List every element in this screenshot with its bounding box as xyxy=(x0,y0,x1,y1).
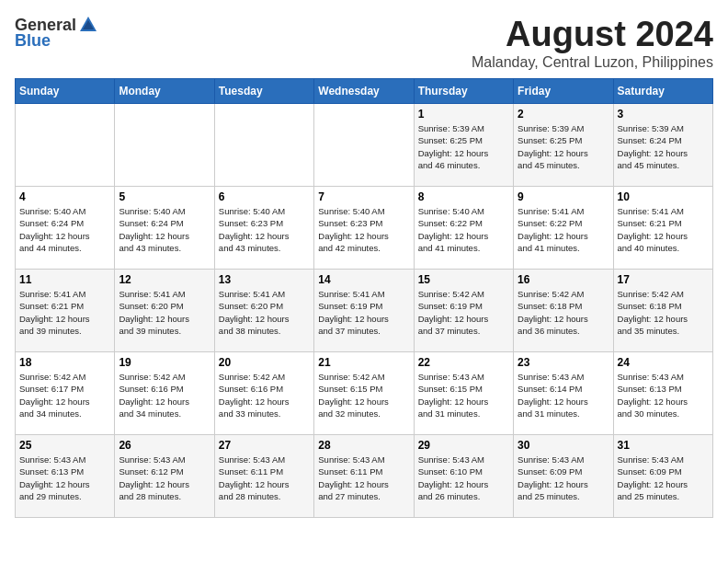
day-content: Sunrise: 5:43 AM Sunset: 6:15 PM Dayligh… xyxy=(418,371,509,419)
day-number: 13 xyxy=(219,273,310,286)
day-content: Sunrise: 5:43 AM Sunset: 6:11 PM Dayligh… xyxy=(318,454,409,502)
calendar-cell: 17Sunrise: 5:42 AM Sunset: 6:18 PM Dayli… xyxy=(613,270,712,352)
column-header-sunday: Sunday xyxy=(16,79,115,104)
calendar-cell xyxy=(214,104,313,187)
calendar-cell: 12Sunrise: 5:41 AM Sunset: 6:20 PM Dayli… xyxy=(115,270,214,352)
day-number: 14 xyxy=(318,273,409,286)
calendar-cell: 4Sunrise: 5:40 AM Sunset: 6:24 PM Daylig… xyxy=(16,187,115,270)
day-content: Sunrise: 5:42 AM Sunset: 6:16 PM Dayligh… xyxy=(119,371,210,419)
calendar-cell: 7Sunrise: 5:40 AM Sunset: 6:23 PM Daylig… xyxy=(314,187,414,270)
calendar-cell: 19Sunrise: 5:42 AM Sunset: 6:16 PM Dayli… xyxy=(115,352,214,435)
day-content: Sunrise: 5:41 AM Sunset: 6:21 PM Dayligh… xyxy=(19,288,110,337)
day-number: 20 xyxy=(219,356,310,369)
day-number: 15 xyxy=(418,273,509,286)
column-header-wednesday: Wednesday xyxy=(314,79,414,104)
day-number: 2 xyxy=(518,108,609,121)
calendar-cell: 25Sunrise: 5:43 AM Sunset: 6:13 PM Dayli… xyxy=(16,435,115,518)
day-number: 29 xyxy=(418,439,509,452)
day-content: Sunrise: 5:43 AM Sunset: 6:13 PM Dayligh… xyxy=(19,454,110,502)
logo-blue: Blue xyxy=(15,31,51,51)
column-header-saturday: Saturday xyxy=(613,79,712,104)
calendar-cell: 22Sunrise: 5:43 AM Sunset: 6:15 PM Dayli… xyxy=(414,352,513,435)
day-number: 16 xyxy=(518,273,609,286)
calendar-cell: 13Sunrise: 5:41 AM Sunset: 6:20 PM Dayli… xyxy=(214,270,313,352)
day-content: Sunrise: 5:43 AM Sunset: 6:14 PM Dayligh… xyxy=(518,371,609,419)
day-number: 5 xyxy=(119,190,210,203)
calendar-cell: 23Sunrise: 5:43 AM Sunset: 6:14 PM Dayli… xyxy=(514,352,613,435)
calendar-cell: 1Sunrise: 5:39 AM Sunset: 6:25 PM Daylig… xyxy=(414,104,513,187)
day-content: Sunrise: 5:41 AM Sunset: 6:20 PM Dayligh… xyxy=(219,288,310,337)
calendar-cell: 16Sunrise: 5:42 AM Sunset: 6:18 PM Dayli… xyxy=(514,270,613,352)
day-content: Sunrise: 5:40 AM Sunset: 6:24 PM Dayligh… xyxy=(19,205,110,254)
day-number: 6 xyxy=(219,190,310,203)
logo: General Blue xyxy=(15,15,98,51)
calendar-cell: 31Sunrise: 5:43 AM Sunset: 6:09 PM Dayli… xyxy=(613,435,712,518)
day-number: 3 xyxy=(618,108,709,121)
day-content: Sunrise: 5:42 AM Sunset: 6:18 PM Dayligh… xyxy=(618,288,709,337)
column-header-friday: Friday xyxy=(514,79,613,104)
calendar-header-row: SundayMondayTuesdayWednesdayThursdayFrid… xyxy=(16,79,713,104)
day-content: Sunrise: 5:42 AM Sunset: 6:18 PM Dayligh… xyxy=(518,288,609,337)
calendar-week-row: 11Sunrise: 5:41 AM Sunset: 6:21 PM Dayli… xyxy=(16,270,713,352)
calendar-cell: 20Sunrise: 5:42 AM Sunset: 6:16 PM Dayli… xyxy=(214,352,313,435)
logo-icon xyxy=(78,15,98,35)
day-number: 27 xyxy=(219,439,310,452)
calendar-week-row: 25Sunrise: 5:43 AM Sunset: 6:13 PM Dayli… xyxy=(16,435,713,518)
day-content: Sunrise: 5:41 AM Sunset: 6:21 PM Dayligh… xyxy=(618,205,709,254)
day-number: 31 xyxy=(618,439,709,452)
day-content: Sunrise: 5:42 AM Sunset: 6:19 PM Dayligh… xyxy=(418,288,509,337)
calendar-cell: 26Sunrise: 5:43 AM Sunset: 6:12 PM Dayli… xyxy=(115,435,214,518)
day-content: Sunrise: 5:41 AM Sunset: 6:20 PM Dayligh… xyxy=(119,288,210,337)
day-content: Sunrise: 5:42 AM Sunset: 6:15 PM Dayligh… xyxy=(318,371,409,419)
calendar-cell: 11Sunrise: 5:41 AM Sunset: 6:21 PM Dayli… xyxy=(16,270,115,352)
day-number: 8 xyxy=(418,190,509,203)
column-header-thursday: Thursday xyxy=(414,79,513,104)
day-content: Sunrise: 5:43 AM Sunset: 6:13 PM Dayligh… xyxy=(618,371,709,419)
column-header-monday: Monday xyxy=(115,79,214,104)
title-area: August 2024 Malanday, Central Luzon, Phi… xyxy=(472,15,713,71)
calendar-cell: 24Sunrise: 5:43 AM Sunset: 6:13 PM Dayli… xyxy=(613,352,712,435)
day-number: 18 xyxy=(19,356,110,369)
calendar-cell: 8Sunrise: 5:40 AM Sunset: 6:22 PM Daylig… xyxy=(414,187,513,270)
day-content: Sunrise: 5:43 AM Sunset: 6:12 PM Dayligh… xyxy=(119,454,210,502)
calendar-cell: 6Sunrise: 5:40 AM Sunset: 6:23 PM Daylig… xyxy=(214,187,313,270)
day-content: Sunrise: 5:43 AM Sunset: 6:09 PM Dayligh… xyxy=(518,454,609,502)
day-content: Sunrise: 5:42 AM Sunset: 6:17 PM Dayligh… xyxy=(19,371,110,419)
header: General Blue August 2024 Malanday, Centr… xyxy=(15,15,713,71)
calendar-week-row: 4Sunrise: 5:40 AM Sunset: 6:24 PM Daylig… xyxy=(16,187,713,270)
day-number: 7 xyxy=(318,190,409,203)
day-content: Sunrise: 5:41 AM Sunset: 6:22 PM Dayligh… xyxy=(518,205,609,254)
day-number: 30 xyxy=(518,439,609,452)
day-number: 11 xyxy=(19,273,110,286)
calendar-cell: 28Sunrise: 5:43 AM Sunset: 6:11 PM Dayli… xyxy=(314,435,414,518)
day-content: Sunrise: 5:43 AM Sunset: 6:09 PM Dayligh… xyxy=(618,454,709,502)
day-number: 28 xyxy=(318,439,409,452)
day-content: Sunrise: 5:43 AM Sunset: 6:10 PM Dayligh… xyxy=(418,454,509,502)
day-content: Sunrise: 5:39 AM Sunset: 6:25 PM Dayligh… xyxy=(518,122,609,171)
day-content: Sunrise: 5:39 AM Sunset: 6:25 PM Dayligh… xyxy=(418,122,509,171)
calendar-cell: 5Sunrise: 5:40 AM Sunset: 6:24 PM Daylig… xyxy=(115,187,214,270)
calendar-cell: 10Sunrise: 5:41 AM Sunset: 6:21 PM Dayli… xyxy=(613,187,712,270)
calendar-cell: 15Sunrise: 5:42 AM Sunset: 6:19 PM Dayli… xyxy=(414,270,513,352)
day-number: 4 xyxy=(19,190,110,203)
calendar-cell xyxy=(16,104,115,187)
calendar-cell: 3Sunrise: 5:39 AM Sunset: 6:24 PM Daylig… xyxy=(613,104,712,187)
day-number: 25 xyxy=(19,439,110,452)
day-number: 21 xyxy=(318,356,409,369)
day-content: Sunrise: 5:43 AM Sunset: 6:11 PM Dayligh… xyxy=(219,454,310,502)
title-month: August 2024 xyxy=(472,15,713,54)
day-number: 12 xyxy=(119,273,210,286)
calendar-cell: 27Sunrise: 5:43 AM Sunset: 6:11 PM Dayli… xyxy=(214,435,313,518)
day-number: 1 xyxy=(418,108,509,121)
calendar-cell: 29Sunrise: 5:43 AM Sunset: 6:10 PM Dayli… xyxy=(414,435,513,518)
calendar-cell: 18Sunrise: 5:42 AM Sunset: 6:17 PM Dayli… xyxy=(16,352,115,435)
day-number: 22 xyxy=(418,356,509,369)
day-number: 23 xyxy=(518,356,609,369)
day-content: Sunrise: 5:40 AM Sunset: 6:24 PM Dayligh… xyxy=(119,205,210,254)
title-location: Malanday, Central Luzon, Philippines xyxy=(472,54,713,71)
calendar-week-row: 18Sunrise: 5:42 AM Sunset: 6:17 PM Dayli… xyxy=(16,352,713,435)
day-content: Sunrise: 5:42 AM Sunset: 6:16 PM Dayligh… xyxy=(219,371,310,419)
column-header-tuesday: Tuesday xyxy=(214,79,313,104)
day-content: Sunrise: 5:40 AM Sunset: 6:23 PM Dayligh… xyxy=(219,205,310,254)
day-content: Sunrise: 5:39 AM Sunset: 6:24 PM Dayligh… xyxy=(618,122,709,171)
